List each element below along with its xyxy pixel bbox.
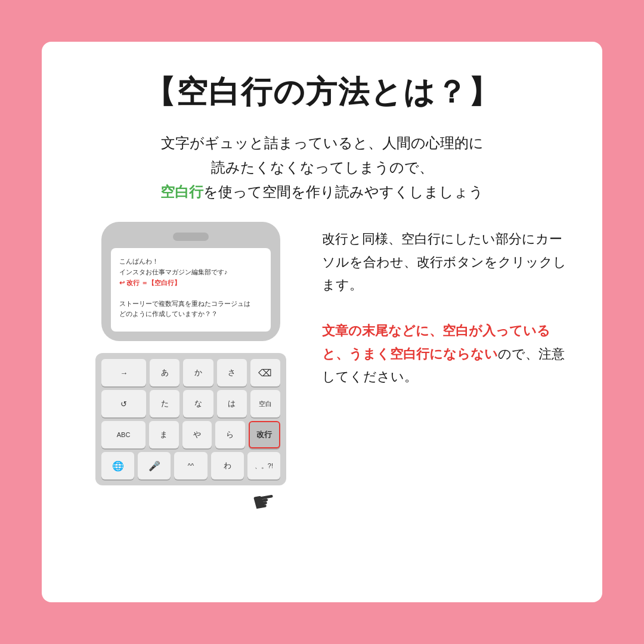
phone-mockup: こんばんわ！ インスタお仕事マガジン編集部です♪ ↩ 改行 ＝【空白行】 ストー… (101, 222, 280, 341)
key-globe[interactable]: 🌐 (101, 452, 134, 479)
main-card: 【空白行の方法とは？】 文字がギュッと詰まっていると、人間の心理的に 読みたくな… (42, 42, 602, 602)
key-space[interactable]: 空白 (250, 390, 280, 417)
screen-line2: インスタお仕事マガジン編集部です♪ (119, 268, 228, 275)
screen-line3-red: ↩ 改行 ＝【空白行】 (119, 279, 181, 286)
page-title: 【空白行の方法とは？】 (78, 72, 566, 113)
screen-line6: どのように作成していますか？？ (119, 310, 218, 317)
desc-line1: 文字がギュッと詰まっていると、人間の心理的に (161, 135, 484, 151)
key-ta[interactable]: た (150, 390, 179, 417)
keyboard-row-1: → あ か さ ⌫ (101, 359, 280, 386)
key-ha[interactable]: は (217, 390, 247, 417)
hand-pointer-icon: ☛ (250, 484, 278, 518)
key-wa[interactable]: わ (211, 452, 244, 479)
phone-notch (173, 233, 209, 241)
key-enter[interactable]: 改行 (249, 421, 280, 448)
key-ka[interactable]: か (183, 359, 213, 386)
description-block: 文字がギュッと詰まっていると、人間の心理的に 読みたくなくなってしまうので、 空… (78, 131, 566, 204)
key-sa[interactable]: さ (217, 359, 247, 386)
key-abc[interactable]: ABC (101, 421, 145, 448)
key-mic[interactable]: 🎤 (138, 452, 171, 479)
desc-line3-rest: を使って空間を作り読みやすくしましょう (203, 184, 484, 200)
keyboard: → あ か さ ⌫ ↺ た な は 空白 ABC (95, 353, 286, 485)
phone-screen: こんばんわ！ インスタお仕事マガジン編集部です♪ ↩ 改行 ＝【空白行】 ストー… (111, 248, 271, 332)
key-undo[interactable]: ↺ (101, 390, 146, 417)
keyboard-row-4: 🌐 🎤 ^^ わ 、。?! (101, 452, 280, 479)
desc-line2: 読みたくなくなってしまうので、 (211, 159, 434, 175)
key-ra[interactable]: ら (215, 421, 244, 448)
keyboard-wrapper: → あ か さ ⌫ ↺ た な は 空白 ABC (95, 353, 286, 485)
key-ma[interactable]: ま (149, 421, 178, 448)
phone-section: こんばんわ！ インスタお仕事マガジン編集部です♪ ↩ 改行 ＝【空白行】 ストー… (78, 222, 304, 578)
content-area: こんばんわ！ インスタお仕事マガジン編集部です♪ ↩ 改行 ＝【空白行】 ストー… (78, 222, 566, 578)
keyboard-row-2: ↺ た な は 空白 (101, 390, 280, 417)
key-delete[interactable]: ⌫ (250, 359, 280, 386)
key-a[interactable]: あ (150, 359, 179, 386)
key-ya[interactable]: や (182, 421, 212, 448)
screen-line1: こんばんわ！ (119, 258, 159, 265)
desc-green: 空白行 (160, 184, 203, 200)
right-text-normal: 改行と同様、空白行にしたい部分にカーソルを合わせ、改行ボタンをクリックします。 (322, 231, 566, 292)
key-na[interactable]: な (183, 390, 213, 417)
screen-line5: ストーリーで複数写真を重ねたコラージュは (119, 300, 250, 307)
key-arrow[interactable]: → (101, 359, 146, 386)
key-caret[interactable]: ^^ (174, 452, 207, 479)
key-punctuation[interactable]: 、。?! (247, 452, 280, 479)
keyboard-row-3: ABC ま や ら 改行 (101, 421, 280, 448)
right-description: 改行と同様、空白行にしたい部分にカーソルを合わせ、改行ボタンをクリックします。 … (322, 222, 566, 578)
